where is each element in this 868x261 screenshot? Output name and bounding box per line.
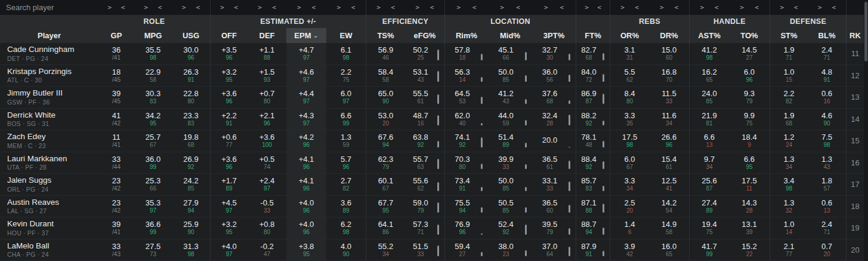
cell-player: Zach EdeyMEM · C · 23 xyxy=(0,130,98,152)
player-row[interactable]: Jalen SuggsORL · PG · 2423/4225.36624.28… xyxy=(0,174,864,196)
player-row[interactable]: Austin ReavesLAL · SG · 2723/4235.39727.… xyxy=(0,196,864,218)
column-shift-right-icon[interactable]: > xyxy=(220,4,224,11)
player-name[interactable]: Lauri Markkanen xyxy=(7,155,67,163)
freq-bar xyxy=(569,115,571,125)
column-shift-left-icon[interactable]: < xyxy=(715,4,719,11)
column-shift-right-icon[interactable]: > xyxy=(740,4,744,11)
column-shift-left-icon[interactable]: < xyxy=(391,4,395,11)
stat-value: 19.8 xyxy=(183,133,198,141)
column-shift-left-icon[interactable]: < xyxy=(755,4,759,11)
column-shift-left-icon[interactable]: < xyxy=(351,4,356,11)
scrollbar-thumb[interactable] xyxy=(864,2,867,62)
column-shift-left-icon[interactable]: < xyxy=(560,4,564,11)
column-shift-left-icon[interactable]: < xyxy=(472,4,477,11)
cell-or: 3.131 xyxy=(610,43,649,65)
player-name[interactable]: Austin Reaves xyxy=(7,198,59,207)
stat-block: 6.198 xyxy=(341,46,351,61)
column-shift-right-icon[interactable]: > xyxy=(660,4,664,11)
column-shift-right-icon[interactable]: > xyxy=(416,4,420,11)
col-header-rim[interactable]: Rim% xyxy=(444,28,488,43)
player-row[interactable]: Cade CunninghamDET · PG · 2436/4135.5983… xyxy=(0,43,864,65)
column-shift-right-icon[interactable]: > xyxy=(818,4,822,11)
player-row[interactable]: LaMelo BallCHA · PG · 2433/4327.57331.39… xyxy=(0,239,864,261)
col-header-label: MPG xyxy=(144,31,162,40)
column-shift-left-icon[interactable]: < xyxy=(272,4,276,11)
player-name[interactable]: LaMelo Ball xyxy=(7,242,50,250)
player-name[interactable]: Jalen Suggs xyxy=(7,176,51,185)
cell-ast: 16.265 xyxy=(689,65,729,87)
player-row[interactable]: Derrick WhiteBOS · SG · 3141/4234.29523.… xyxy=(0,109,864,131)
column-shift-right-icon[interactable]: > xyxy=(144,4,149,11)
column-shift-left-icon[interactable]: < xyxy=(158,4,162,11)
stat-value: +3.8 xyxy=(299,242,314,250)
col-header-bl[interactable]: BL% xyxy=(808,28,846,43)
col-header-dr[interactable]: DR% xyxy=(649,28,689,43)
column-shift-left-icon[interactable]: < xyxy=(516,4,520,11)
cell-def: +2.497 xyxy=(248,174,286,195)
stat-block: 39.933 xyxy=(498,155,513,170)
column-shift-right-icon[interactable]: > xyxy=(258,4,262,11)
col-header-off[interactable]: OFF xyxy=(210,28,248,43)
column-shift-right-icon[interactable]: > xyxy=(108,4,112,11)
player-name[interactable]: Kevin Durant xyxy=(7,220,54,228)
col-header-gp[interactable]: GP xyxy=(98,28,134,43)
player-row[interactable]: Kevin DurantHOU · PF · 3739/4136.69925.9… xyxy=(0,217,864,239)
col-header-efg[interactable]: eFG% xyxy=(405,28,444,43)
stat-value: 31.3 xyxy=(183,242,198,250)
column-shift-right-icon[interactable]: > xyxy=(337,4,341,11)
column-shift-left-icon[interactable]: < xyxy=(674,4,678,11)
column-shift-left-icon[interactable]: < xyxy=(430,4,434,11)
search-input[interactable] xyxy=(5,2,98,13)
col-header-ft[interactable]: FT% xyxy=(576,28,610,43)
player-name[interactable]: Kristaps Porzingis xyxy=(7,67,72,76)
column-shift-left-icon[interactable]: < xyxy=(794,4,798,11)
col-header-p3[interactable]: 3PT% xyxy=(532,28,576,43)
scrollbar[interactable] xyxy=(864,0,868,261)
col-header-to[interactable]: TO% xyxy=(729,28,770,43)
column-shift-right-icon[interactable]: > xyxy=(182,4,186,11)
column-shift-left-icon[interactable]: < xyxy=(234,4,238,11)
col-header-player[interactable]: Player xyxy=(0,28,98,43)
column-shift-right-icon[interactable]: > xyxy=(544,4,548,11)
stat-block: 1.334 xyxy=(783,155,794,170)
col-header-ew[interactable]: EW xyxy=(326,28,366,43)
column-shift-right-icon[interactable]: > xyxy=(700,4,705,11)
stat-value: 41.2 xyxy=(702,46,716,54)
player-row[interactable]: Lauri MarkkanenUTA · PF · 2833/4436.0992… xyxy=(0,152,864,174)
col-header-epm[interactable]: EPM⌄ xyxy=(286,28,326,43)
column-shift-left-icon[interactable]: < xyxy=(121,4,125,11)
column-shift-right-icon[interactable]: > xyxy=(585,4,589,11)
col-header-mpg[interactable]: MPG xyxy=(134,28,172,43)
column-shift-left-icon[interactable]: < xyxy=(311,4,316,11)
col-header-st[interactable]: ST% xyxy=(770,28,808,43)
player-name[interactable]: Cade Cunningham xyxy=(7,45,75,54)
col-header-ts[interactable]: TS% xyxy=(366,28,405,43)
player-name[interactable]: Zach Edey xyxy=(7,133,46,141)
col-header-mid[interactable]: Mid% xyxy=(488,28,532,43)
col-header-or[interactable]: OR% xyxy=(610,28,649,43)
column-shift-left-icon[interactable]: < xyxy=(635,4,639,11)
column-shift-right-icon[interactable]: > xyxy=(297,4,301,11)
stat-value: 34.2 xyxy=(146,112,160,119)
col-header-rk[interactable]: RK xyxy=(846,28,864,43)
player-name[interactable]: Derrick White xyxy=(7,111,55,119)
column-shift-left-icon[interactable]: < xyxy=(196,4,200,11)
col-header-label: Rim% xyxy=(456,31,477,40)
column-shift-left-icon[interactable]: < xyxy=(832,4,836,11)
player-row[interactable]: Kristaps PorzingisATL · C · 3018/4522.95… xyxy=(0,65,864,87)
column-shift-right-icon[interactable]: > xyxy=(500,4,504,11)
column-shift-right-icon[interactable]: > xyxy=(376,4,381,11)
player-row[interactable]: Zach EdeyMEM · C · 2311/4125.76719.868+0… xyxy=(0,130,864,152)
col-header-usg[interactable]: USG xyxy=(172,28,210,43)
col-header-ast[interactable]: AST% xyxy=(689,28,729,43)
column-shift-right-icon[interactable]: > xyxy=(780,4,784,11)
stat-percentile: 80 xyxy=(264,99,270,105)
stat-value: 55.7 xyxy=(413,155,428,163)
column-shift-right-icon[interactable]: > xyxy=(457,4,461,11)
player-row[interactable]: Jimmy Butler IIIGSW · PF · 3639/4530.383… xyxy=(0,87,864,109)
column-shift-right-icon[interactable]: > xyxy=(620,4,625,11)
col-header-def[interactable]: DEF xyxy=(248,28,286,43)
column-shift-left-icon[interactable]: < xyxy=(597,4,601,11)
freq-bar xyxy=(481,187,483,191)
player-name[interactable]: Jimmy Butler III xyxy=(7,89,63,97)
